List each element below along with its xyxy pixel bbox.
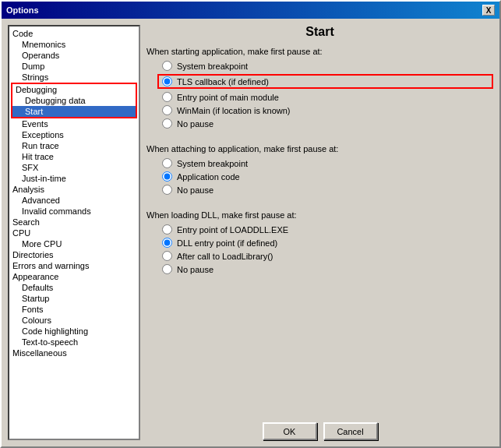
tree-item-appearance[interactable]: Appearance bbox=[9, 271, 139, 282]
button-bar: OK Cancel bbox=[146, 414, 493, 440]
radio-label: TLS callback (if defined) bbox=[177, 77, 269, 86]
tree-item-search[interactable]: Search bbox=[9, 217, 139, 228]
radio-label: DLL entry point (if defined) bbox=[177, 238, 277, 248]
tree-panel[interactable]: CodeMnemonicsOperandsDumpStringsDebuggin… bbox=[8, 25, 140, 440]
radio-input-1[interactable] bbox=[162, 76, 172, 86]
tree-item-strings[interactable]: Strings bbox=[9, 72, 139, 83]
tree-item-directories[interactable]: Directories bbox=[9, 249, 139, 260]
debugging-box: DebuggingDebugging dataStart bbox=[11, 83, 137, 118]
radio-input-2[interactable] bbox=[162, 92, 172, 102]
section1-options: System breakpointTLS callback (if define… bbox=[146, 61, 493, 129]
radio-item: No pause bbox=[162, 118, 493, 129]
radio-label: System breakpoint bbox=[177, 159, 248, 168]
radio-item: Entry point of main module bbox=[162, 92, 493, 102]
radio-item: Application code bbox=[162, 171, 493, 182]
radio-item: System breakpoint bbox=[162, 61, 493, 71]
cancel-button[interactable]: Cancel bbox=[323, 422, 378, 440]
tree-item-debugging-data[interactable]: Debugging data bbox=[12, 95, 136, 106]
radio-input-2[interactable] bbox=[162, 185, 172, 195]
radio-input-0[interactable] bbox=[162, 224, 172, 235]
tree-item-more-cpu[interactable]: More CPU bbox=[9, 238, 139, 249]
tree-item-colours[interactable]: Colours bbox=[9, 315, 139, 326]
radio-item: After call to LoadLibrary() bbox=[162, 251, 493, 261]
tree-item-hit-trace[interactable]: Hit trace bbox=[9, 151, 139, 162]
radio-label: No pause bbox=[177, 185, 213, 195]
radio-item: Entry point of LOADDLL.EXE bbox=[162, 224, 493, 235]
tree-item-just-in-time[interactable]: Just-in-time bbox=[9, 173, 139, 184]
main-content: CodeMnemonicsOperandsDumpStringsDebuggin… bbox=[2, 19, 499, 446]
radio-label: Entry point of main module bbox=[177, 93, 279, 102]
radio-label: WinMain (if location is known) bbox=[177, 106, 291, 115]
radio-item: TLS callback (if defined) bbox=[157, 74, 493, 89]
radio-input-3[interactable] bbox=[162, 105, 172, 115]
radio-label: After call to LoadLibrary() bbox=[177, 252, 273, 261]
tree-item-cpu[interactable]: CPU bbox=[9, 228, 139, 238]
panel-title: Start bbox=[146, 25, 493, 39]
tree-item-startup[interactable]: Startup bbox=[9, 293, 139, 304]
tree-item-events[interactable]: Events bbox=[9, 118, 139, 129]
radio-label: No pause bbox=[177, 119, 213, 129]
section1: When starting application, make first pa… bbox=[146, 47, 493, 136]
tree-item-fonts[interactable]: Fonts bbox=[9, 304, 139, 315]
radio-item: No pause bbox=[162, 185, 493, 195]
tree-item-mnemonics[interactable]: Mnemonics bbox=[9, 39, 139, 50]
ok-button[interactable]: OK bbox=[263, 422, 317, 440]
tree-item-invalid-commands[interactable]: Invalid commands bbox=[9, 206, 139, 217]
radio-input-2[interactable] bbox=[162, 251, 172, 261]
tree-item-exceptions[interactable]: Exceptions bbox=[9, 129, 139, 140]
radio-label: Application code bbox=[177, 172, 240, 182]
title-bar: Options X bbox=[2, 2, 499, 19]
tree-item-debugging[interactable]: Debugging bbox=[12, 84, 136, 95]
tree-item-start[interactable]: Start bbox=[12, 106, 136, 117]
radio-label: System breakpoint bbox=[177, 62, 248, 71]
tree-item-errors-and-warnings[interactable]: Errors and warnings bbox=[9, 260, 139, 271]
section2: When attaching to application, make firs… bbox=[146, 144, 493, 203]
options-window: Options X CodeMnemonicsOperandsDumpStrin… bbox=[0, 0, 501, 448]
section3-label: When loading DLL, make first pause at: bbox=[146, 210, 493, 220]
radio-item: System breakpoint bbox=[162, 158, 493, 168]
right-panel: Start When starting application, make fi… bbox=[146, 25, 493, 440]
tree-item-defaults[interactable]: Defaults bbox=[9, 282, 139, 293]
radio-input-0[interactable] bbox=[162, 61, 172, 71]
radio-input-4[interactable] bbox=[162, 118, 172, 129]
tree-item-sfx[interactable]: SFX bbox=[9, 162, 139, 173]
close-button[interactable]: X bbox=[482, 5, 495, 16]
tree-item-miscellaneous[interactable]: Miscellaneous bbox=[9, 347, 139, 358]
radio-input-1[interactable] bbox=[162, 238, 172, 248]
section2-label: When attaching to application, make firs… bbox=[146, 144, 493, 153]
tree-item-text-to-speech[interactable]: Text-to-speech bbox=[9, 337, 139, 347]
tree-item-code[interactable]: Code bbox=[9, 28, 139, 39]
radio-input-1[interactable] bbox=[162, 171, 172, 182]
radio-label: Entry point of LOADDLL.EXE bbox=[177, 225, 288, 235]
window-title: Options bbox=[6, 5, 39, 15]
section3-options: Entry point of LOADDLL.EXEDLL entry poin… bbox=[146, 224, 493, 274]
radio-item: No pause bbox=[162, 264, 493, 274]
tree-item-code-highlighting[interactable]: Code highlighting bbox=[9, 326, 139, 337]
section3: When loading DLL, make first pause at: E… bbox=[146, 210, 493, 282]
radio-label: No pause bbox=[177, 265, 213, 274]
radio-item: DLL entry point (if defined) bbox=[162, 238, 493, 248]
tree-item-dump[interactable]: Dump bbox=[9, 61, 139, 72]
section1-label: When starting application, make first pa… bbox=[146, 47, 493, 56]
tree-item-advanced[interactable]: Advanced bbox=[9, 195, 139, 206]
tree-item-analysis[interactable]: Analysis bbox=[9, 184, 139, 195]
radio-input-0[interactable] bbox=[162, 158, 172, 168]
tree-item-operands[interactable]: Operands bbox=[9, 50, 139, 61]
radio-item: WinMain (if location is known) bbox=[162, 105, 493, 115]
tree-item-run-trace[interactable]: Run trace bbox=[9, 140, 139, 151]
radio-input-3[interactable] bbox=[162, 264, 172, 274]
section2-options: System breakpointApplication codeNo paus… bbox=[146, 158, 493, 195]
